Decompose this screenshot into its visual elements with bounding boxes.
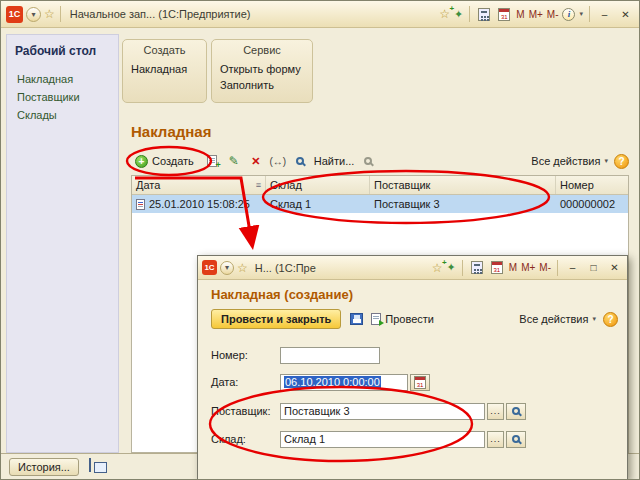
all-actions-label: Все действия: [531, 155, 600, 167]
post-button[interactable]: Провести: [371, 313, 434, 325]
memory-m-button[interactable]: M: [516, 9, 524, 20]
memory-m-plus-button[interactable]: M+: [521, 262, 535, 273]
dialog-help-button[interactable]: ?: [603, 312, 618, 327]
magnifier-icon: [512, 407, 520, 415]
cell-date: 25.01.2010 15:08:25: [132, 195, 266, 213]
date-picker-button[interactable]: 31: [410, 374, 430, 391]
delete-button[interactable]: ✕: [248, 153, 264, 169]
window-titlebar: 1С ▾ ☆ Начальное зап... (1С:Предприятие)…: [1, 1, 639, 28]
calculator-icon[interactable]: [469, 260, 485, 276]
sidebar-item-nakladnaya[interactable]: Накладная: [7, 70, 118, 88]
list-heading: Накладная: [131, 123, 211, 140]
column-header-number[interactable]: Номер: [556, 176, 626, 194]
sidebar-item-sklady[interactable]: Склады: [7, 106, 118, 124]
close-button[interactable]: ✕: [617, 7, 634, 22]
memory-m-minus-button[interactable]: M-: [547, 9, 559, 20]
warehouse-choose-button[interactable]: ...: [487, 431, 504, 448]
chevron-down-icon[interactable]: ▾: [579, 10, 583, 18]
date-field-label: Дата:: [211, 376, 280, 388]
dialog-all-actions-button[interactable]: Все действия ▾: [519, 313, 596, 325]
favorites-star-icon[interactable]: ☆: [237, 261, 248, 275]
command-group-service-title: Сервис: [218, 44, 306, 56]
calendar-icon: 31: [414, 376, 426, 389]
table-header-row: Дата ≡ Склад Поставщик Номер: [132, 176, 628, 195]
dialog-toolbar: Провести и закрыть Провести Все действия…: [211, 309, 618, 329]
maximize-button[interactable]: □: [585, 260, 602, 275]
warehouse-field[interactable]: Склад 1: [280, 431, 485, 448]
supplier-field[interactable]: Поставщик 3: [280, 403, 485, 420]
sort-icon: ≡: [256, 180, 261, 190]
field-row-supplier: Поставщик: Поставщик 3 ...: [211, 402, 526, 420]
close-button[interactable]: ✕: [606, 260, 623, 275]
system-menu-button[interactable]: ▾: [26, 7, 41, 22]
find-button-label[interactable]: Найти...: [314, 155, 355, 167]
open-form-button[interactable]: Открыть форму: [218, 61, 306, 77]
window-title: Начальное зап... (1С:Предприятие): [70, 8, 251, 20]
memory-m-minus-button[interactable]: M-: [539, 262, 551, 273]
supplier-field-label: Поставщик:: [211, 405, 280, 417]
titlebar-separator: [557, 260, 558, 276]
show-windows-button[interactable]: [87, 459, 111, 475]
favorites-menu-icon[interactable]: ✦: [447, 261, 456, 274]
date-field-value: 06.10.2010 0:00:00: [284, 376, 381, 388]
edit-button[interactable]: ✎: [226, 153, 242, 169]
sidebar-item-postavshiki[interactable]: Поставщики: [7, 88, 118, 106]
document-icon: [136, 199, 145, 210]
save-icon[interactable]: [348, 311, 364, 327]
create-button-label: Создать: [152, 155, 194, 167]
calendar-icon[interactable]: 31: [489, 260, 505, 276]
cancel-search-icon[interactable]: [360, 153, 376, 169]
help-button[interactable]: ?: [614, 154, 629, 169]
number-field[interactable]: [280, 347, 380, 364]
windows-icon: [89, 458, 91, 472]
date-field[interactable]: 06.10.2010 0:00:00: [280, 374, 408, 391]
history-button[interactable]: История...: [9, 458, 79, 476]
copy-item-button[interactable]: [204, 153, 220, 169]
favorites-star-icon[interactable]: ☆: [44, 7, 55, 21]
column-header-date[interactable]: Дата ≡: [132, 176, 266, 194]
search-icon[interactable]: [292, 153, 308, 169]
chevron-down-icon: ▾: [604, 157, 608, 165]
add-favorite-icon[interactable]: ☆: [432, 261, 443, 275]
main-window: 1С ▾ ☆ Начальное зап... (1С:Предприятие)…: [0, 0, 640, 480]
column-header-warehouse[interactable]: Склад: [266, 176, 370, 194]
1c-logo-icon: 1С: [6, 6, 23, 23]
dialog-title: Н... (1С:Пре: [255, 262, 316, 274]
system-menu-button[interactable]: ▾: [220, 261, 234, 275]
calendar-icon[interactable]: 31: [496, 6, 512, 22]
fill-button[interactable]: Заполнить: [218, 77, 306, 93]
post-button-label: Провести: [385, 313, 434, 325]
supplier-open-button[interactable]: [506, 403, 526, 420]
magnifier-icon: [512, 435, 520, 443]
cell-supplier: Поставщик 3: [370, 195, 556, 213]
warehouse-open-button[interactable]: [506, 431, 526, 448]
column-header-supplier[interactable]: Поставщик: [370, 176, 556, 194]
titlebar-separator: [60, 6, 61, 22]
minimize-button[interactable]: –: [564, 260, 581, 275]
favorites-menu-icon[interactable]: ✦: [454, 8, 463, 21]
dialog-titlebar-tools: ☆ ✦ 31 M M+ M- – □ ✕: [432, 260, 623, 276]
command-group-create-title: Создать: [129, 44, 200, 56]
warehouse-field-label: Склад:: [211, 433, 280, 445]
create-button[interactable]: + Создать: [131, 154, 198, 169]
minimize-button[interactable]: –: [596, 7, 613, 22]
post-and-close-button[interactable]: Провести и закрыть: [211, 309, 341, 329]
calculator-icon[interactable]: [476, 6, 492, 22]
memory-m-plus-button[interactable]: M+: [529, 9, 543, 20]
all-actions-button[interactable]: Все действия ▾: [531, 155, 608, 167]
table-row[interactable]: 25.01.2010 15:08:25 Склад 1 Поставщик 3 …: [132, 195, 628, 213]
list-toolbar: + Создать ✎ ✕ (↔) Найти... Все действия …: [131, 150, 629, 172]
1c-logo-icon: 1С: [202, 260, 217, 275]
nakladnaya-create-dialog: 1С ▾ ☆ Н... (1С:Пре ☆ ✦ 31 M M+ M- – □ ✕…: [197, 255, 628, 480]
supplier-choose-button[interactable]: ...: [487, 403, 504, 420]
memory-m-button[interactable]: M: [509, 262, 517, 273]
field-row-number: Номер:: [211, 346, 380, 364]
command-group-create: Создать Накладная: [122, 39, 207, 103]
add-favorite-icon[interactable]: ☆: [439, 7, 450, 21]
set-interval-button[interactable]: (↔): [270, 153, 286, 169]
info-icon[interactable]: i: [562, 8, 575, 21]
sidebar-title: Рабочий стол: [7, 35, 118, 70]
post-document-icon: [371, 313, 381, 325]
create-nakladnaya-button[interactable]: Накладная: [129, 61, 200, 77]
titlebar-separator: [589, 6, 590, 22]
